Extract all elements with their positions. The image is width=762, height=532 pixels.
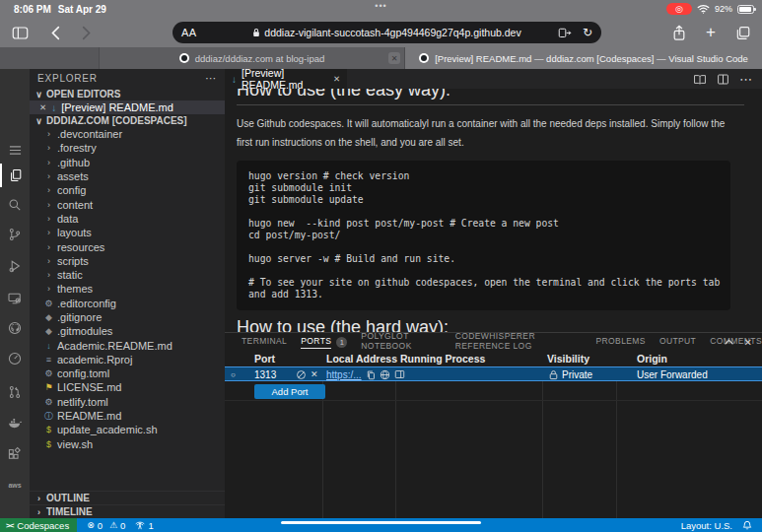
panel-tab[interactable]: PROBLEMS (595, 336, 645, 348)
open-editors-section[interactable]: ∨ OPEN EDITORS (30, 88, 225, 100)
forwarded-ports-indicator[interactable]: 1 (135, 520, 153, 531)
page-switcher-icon[interactable] (558, 27, 572, 38)
open-editor-item[interactable]: ✕ ↓ [Preview] README.md (30, 100, 225, 114)
code-line: cd post/my-post/ (248, 230, 719, 241)
tree-file[interactable]: ⓘ README.md (30, 409, 225, 423)
forward-icon[interactable] (82, 26, 92, 40)
tree-file[interactable]: ↓ Academic.README.md (30, 338, 225, 352)
copy-address-icon[interactable] (366, 369, 376, 380)
paragraph-line: first run instructions on the shell, and… (237, 134, 744, 153)
record-icon: ◎ (675, 5, 683, 14)
panel-scrollbar-thumb[interactable] (281, 521, 481, 524)
outline-section[interactable]: › OUTLINE (30, 491, 225, 504)
new-tab-icon[interactable]: + (706, 23, 716, 42)
open-preview-icon[interactable] (693, 73, 707, 86)
file-icon: ↓ (44, 341, 53, 351)
panel-tab[interactable]: CODEWHISPERER REFERENCE LOG (455, 331, 583, 353)
tree-file[interactable]: ◆ .gitmodules (30, 324, 225, 338)
source-control-icon[interactable] (0, 223, 30, 246)
local-address-link[interactable]: https:/... (326, 369, 362, 380)
timeline-section[interactable]: › TIMELINE (30, 504, 225, 518)
sidebar-toggle-icon[interactable] (12, 26, 29, 40)
open-browser-icon[interactable] (380, 369, 390, 380)
github-icon[interactable] (0, 316, 30, 340)
tree-folder[interactable]: › .forestry (30, 141, 225, 155)
screen-recording-indicator[interactable]: ◎ (666, 3, 692, 15)
file-name: update_academic.sh (57, 424, 158, 435)
panel-tab[interactable]: TERMINAL (242, 336, 287, 348)
explorer-icon[interactable] (0, 164, 30, 187)
folder-name: layouts (57, 227, 92, 238)
panel-tab-badge: 1 (336, 337, 347, 348)
codespaces-remote-indicator[interactable]: >< Codespaces (0, 518, 77, 532)
keyboard-layout[interactable]: Layout: U.S. (681, 520, 732, 531)
gauge-icon[interactable] (0, 347, 30, 370)
tree-folder[interactable]: › content (30, 197, 225, 211)
panel-tab[interactable]: POLYGLOT NOTEBOOK (361, 331, 441, 353)
extensions-icon[interactable] (0, 442, 30, 466)
add-port-button[interactable]: Add Port (254, 384, 325, 399)
tree-folder[interactable]: › layouts (30, 226, 225, 239)
menu-icon[interactable] (0, 138, 30, 162)
remote-explorer-icon[interactable] (0, 287, 30, 310)
tree-folder[interactable]: › data (30, 212, 225, 226)
panel-tab[interactable]: PORTS 1 (301, 336, 347, 349)
code-line (248, 206, 719, 218)
panel-tab[interactable]: OUTPUT (659, 336, 696, 348)
more-actions-icon[interactable]: ⋯ (205, 72, 217, 85)
share-icon[interactable] (672, 25, 686, 41)
chevron-right-icon: › (44, 284, 53, 294)
code-block: hugo version # check versiongit submodul… (237, 161, 730, 310)
tree-folder[interactable]: › config (30, 183, 225, 197)
split-editor-icon[interactable] (717, 73, 729, 86)
reload-icon[interactable]: ↻ (583, 27, 592, 38)
editor-tab-bar: ↓ [Preview] README.md ✕ ⋯ (225, 69, 762, 89)
pull-request-icon[interactable] (0, 380, 30, 404)
url-field[interactable]: AA dddiaz-vigilant-succotash-4gp494469g2… (173, 22, 601, 43)
tree-folder[interactable]: › resources (30, 239, 225, 253)
tree-file[interactable]: ⚙ .editorconfig (30, 297, 225, 310)
safari-tab-inactive[interactable]: dddiaz/dddiaz.com at blog-ipad ✕ (99, 47, 404, 69)
more-actions-icon[interactable]: ⋯ (739, 72, 752, 87)
tree-file[interactable]: ⚑ LICENSE.md (30, 380, 225, 394)
tabs-overview-icon[interactable] (735, 26, 750, 40)
chevron-up-icon[interactable] (724, 338, 734, 346)
close-tab-icon[interactable]: ✕ (388, 52, 400, 64)
tree-file[interactable]: ◆ .gitignore (30, 310, 225, 324)
port-row[interactable]: ○ 1313 ✕ https:/... Private User Forward… (225, 366, 762, 381)
problems-indicator[interactable]: ⊗ 0 ⚠ 0 (87, 520, 125, 531)
close-panel-icon[interactable]: ✕ (744, 337, 752, 348)
close-icon[interactable]: ✕ (333, 74, 340, 84)
close-icon[interactable]: ✕ (39, 102, 46, 112)
tree-folder[interactable]: › .github (30, 156, 225, 169)
panel-tab-label: POLYGLOT NOTEBOOK (361, 331, 441, 353)
ipad-screen: 8:06 PM Sat Apr 29 ••• ◎ 92% AA (0, 0, 762, 532)
tree-folder[interactable]: › scripts (30, 254, 225, 268)
aws-icon[interactable]: aws (0, 473, 30, 497)
tree-file[interactable]: $ update_academic.sh (30, 423, 225, 436)
tree-folder[interactable]: › static (30, 268, 225, 282)
col-visibility: Visibility (547, 353, 589, 365)
open-preview-icon[interactable] (394, 369, 405, 379)
folder-name: .github (57, 157, 90, 168)
safari-tab-active[interactable]: [Preview] README.md — dddiaz.com [Codesp… (404, 47, 762, 69)
tree-file[interactable]: $ view.sh (30, 437, 225, 451)
notifications-bell-icon[interactable] (742, 520, 752, 531)
remove-port-icon[interactable]: ✕ (311, 369, 318, 379)
stop-forwarding-icon[interactable] (296, 369, 307, 380)
reader-button[interactable]: AA (181, 27, 197, 38)
tree-folder[interactable]: › .devcontainer (30, 127, 225, 141)
tree-folder[interactable]: › assets (30, 169, 225, 183)
run-debug-icon[interactable] (0, 254, 30, 278)
editor-tab[interactable]: ↓ [Preview] README.md ✕ (225, 69, 347, 89)
search-icon[interactable] (0, 193, 30, 217)
docker-icon[interactable] (0, 411, 30, 434)
tree-file[interactable]: ⚙ config.toml (30, 366, 225, 380)
workspace-section[interactable]: ∨ DDDIAZ.COM [CODESPACES] (30, 114, 225, 127)
bottom-panel: TERMINAL PORTS 1 POLYGLOT NOTEBOOK (225, 332, 762, 518)
back-icon[interactable] (50, 26, 60, 40)
tree-folder[interactable]: › themes (30, 282, 225, 296)
tree-file[interactable]: ≡ academic.Rproj (30, 353, 225, 366)
chevron-down-icon: ∨ (35, 90, 43, 100)
tree-file[interactable]: ⚙ netlify.toml (30, 395, 225, 409)
